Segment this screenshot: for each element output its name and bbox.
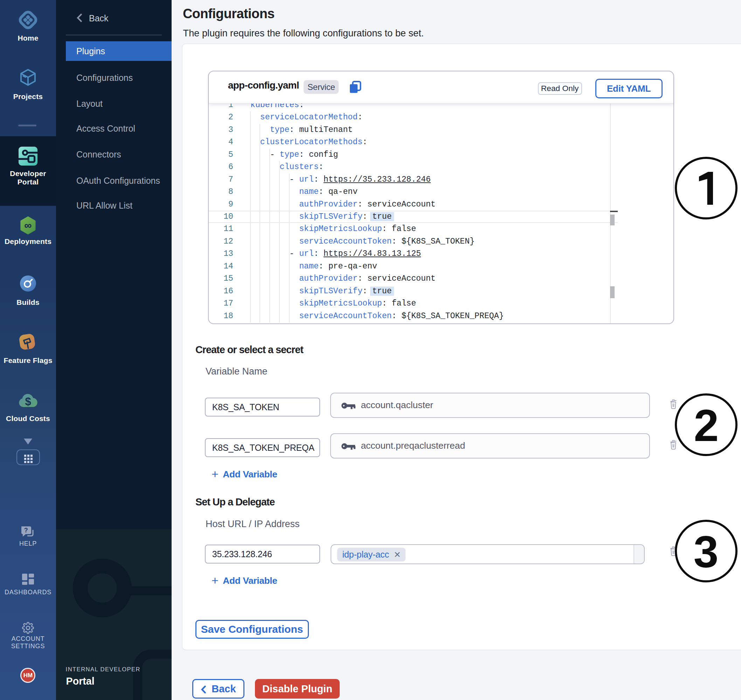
svg-text:$: $	[25, 396, 31, 408]
svg-text:∞: ∞	[24, 219, 31, 231]
svg-text:?: ?	[24, 527, 28, 534]
